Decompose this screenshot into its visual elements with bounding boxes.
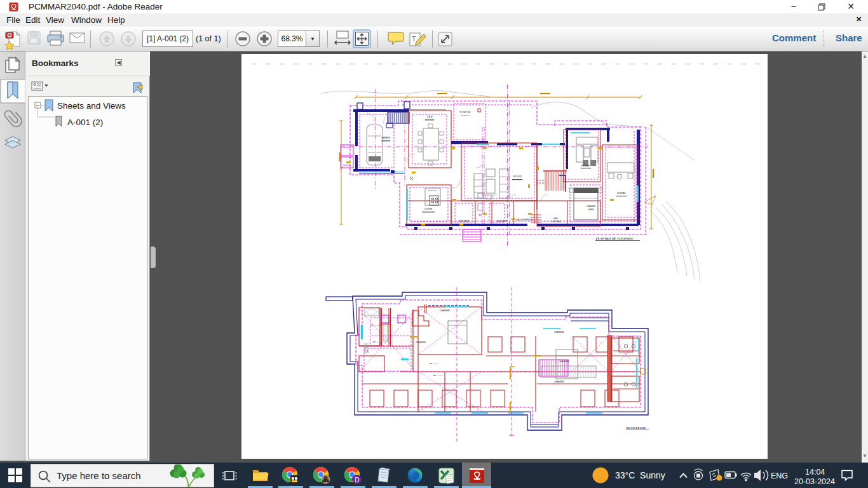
svg-text:T: T — [412, 35, 416, 43]
svg-text:VESTIAIRE: VESTIAIRE — [459, 220, 470, 222]
svg-text:CHAMBRE: CHAMBRE — [440, 309, 450, 312]
svg-text:S.A.M: S.A.M — [427, 116, 433, 118]
svg-text:CHAMBRE: CHAMBRE — [586, 205, 595, 208]
svg-text:PLAN ETAGE: PLAN ETAGE — [627, 426, 646, 430]
svg-text:14:04: 14:04 — [805, 468, 825, 477]
svg-text:Sheets and Views: Sheets and Views — [57, 101, 126, 111]
svg-text:SALLE DE REPOS: SALLE DE REPOS — [516, 219, 532, 221]
svg-text:TOITURE TER.: TOITURE TER. — [459, 111, 471, 114]
svg-text:33°C Sunny: 33°C Sunny — [615, 470, 665, 480]
svg-text:CHAMBRE: CHAMBRE — [554, 331, 564, 334]
svg-text:He: 2.20M: He: 2.20M — [374, 325, 381, 327]
svg-text:He: 2M: He: 2M — [433, 363, 438, 365]
svg-text:D: D — [355, 477, 359, 484]
svg-text:GARAGE: GARAGE — [381, 137, 390, 139]
svg-text:CHAMBRE: CHAMBRE — [554, 381, 564, 383]
svg-text:He: 2.20M: He: 2.20M — [376, 341, 383, 343]
svg-text:SEJOUR: SEJOUR — [513, 175, 522, 178]
svg-text:WC: WC — [478, 214, 482, 217]
svg-text:CUISINE: CUISINE — [424, 208, 433, 210]
svg-text:He: 2.20M: He: 2.20M — [437, 375, 444, 377]
svg-text:S.DEP 2.15: S.DEP 2.15 — [428, 189, 437, 191]
svg-text:A-001 (2): A-001 (2) — [67, 118, 103, 127]
svg-text:ENG: ENG — [771, 471, 788, 480]
svg-text:PLAN REZ DE CHAUSSEE: PLAN REZ DE CHAUSSEE — [596, 237, 634, 240]
svg-text:D'AMIS: D'AMIS — [588, 208, 594, 211]
svg-text:20-03-2024: 20-03-2024 — [794, 477, 835, 486]
svg-text:HALL: HALL — [553, 217, 559, 220]
svg-text:D'ENTREE: D'ENTREE — [552, 220, 561, 223]
svg-text:CHAMBRE: CHAMBRE — [559, 360, 569, 363]
svg-text:S.DEP 2.15: S.DEP 2.15 — [461, 114, 470, 116]
svg-text:BUREAU: BUREAU — [617, 192, 626, 194]
svg-text:CHAMBRE: CHAMBRE — [416, 341, 426, 344]
svg-text:BUREAU: BUREAU — [581, 165, 590, 167]
svg-text:VESTIAIRE: VESTIAIRE — [497, 220, 508, 222]
